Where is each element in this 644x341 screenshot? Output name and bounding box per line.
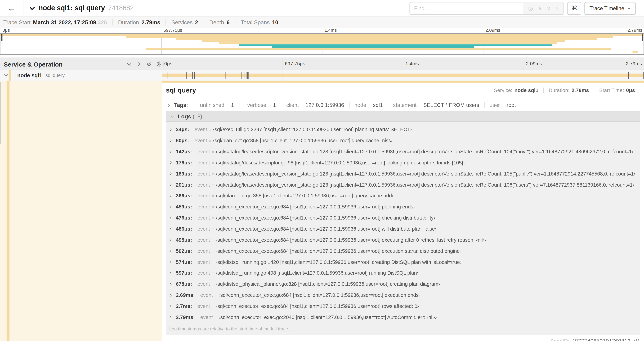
trace-view-selector[interactable]: Trace Timeline xyxy=(584,2,636,15)
clear-search-icon[interactable]: × xyxy=(556,5,559,12)
log-equals: = xyxy=(212,282,214,287)
tag-equals: = xyxy=(502,103,504,108)
find-input[interactable] xyxy=(410,2,523,14)
span-color-strip xyxy=(6,81,10,341)
log-entry[interactable]: 2.7ms: event = ‹sql/conn_executor_exec.g… xyxy=(166,301,640,312)
logs-header[interactable]: Logs (18) xyxy=(166,112,640,122)
log-timestamp: 189μs: xyxy=(176,171,192,177)
minimap-tick-labels: 0μs 697.75μs 1.4ms 2.09ms 2.79ms xyxy=(0,28,644,33)
minimap-span-bar xyxy=(219,42,557,44)
log-timestamp: 2.69ms: xyxy=(176,292,195,298)
log-entry[interactable]: 80μs: event = ‹sql/plan_opt.go:358 [nsql… xyxy=(166,135,640,146)
span-detail-title-row[interactable]: sql query Service: node sql1 Duration: 2… xyxy=(166,83,640,98)
log-equals: = xyxy=(212,259,214,264)
log-entry[interactable]: 176μs: event = ‹sql/catalog/descs/descri… xyxy=(166,157,640,168)
minimap-end-tick-label: 2.79ms xyxy=(628,28,642,33)
minimap-span-bar xyxy=(0,34,644,36)
log-field-name: event xyxy=(197,204,210,210)
chevron-right-icon xyxy=(169,161,172,165)
log-tick-mark xyxy=(194,72,195,79)
span-collapse-chevron-down-icon[interactable] xyxy=(4,73,8,78)
log-entry[interactable]: 459μs: event = ‹sql/conn_executor_exec.g… xyxy=(166,201,640,212)
span-meta-item: Duration: 2.79ms xyxy=(543,87,594,93)
logs-section: Logs (18) 34μs: event = xyxy=(166,111,640,335)
log-timestamp: 142μs: xyxy=(176,149,192,155)
minimap-right-drag-handle[interactable] xyxy=(642,34,643,41)
log-tick-mark xyxy=(186,72,186,79)
log-equals: = xyxy=(212,204,214,209)
span-row-bar-column[interactable] xyxy=(162,70,644,81)
log-entry[interactable]: 189μs: event = ‹sql/catalog/lease/descri… xyxy=(166,168,640,179)
log-entry[interactable]: 597μs: event = ‹sql/distsql_running.go:4… xyxy=(166,267,640,279)
log-entry[interactable]: 142μs: event = ‹sql/catalog/lease/descri… xyxy=(166,146,640,157)
log-message: ‹sql/distsql_running.go:498 [nsql1,clien… xyxy=(216,270,418,276)
log-equals: = xyxy=(212,249,214,253)
span-meta-item: Start Time: 0μs xyxy=(594,87,640,93)
service-operation-title: Service & Operation xyxy=(4,61,62,68)
log-message: ‹sql/exec_util.go:2297 [nsql1,client=127… xyxy=(213,127,412,133)
log-tick-mark xyxy=(176,72,176,79)
span-operation-name: sql query xyxy=(46,73,65,78)
prev-result-icon[interactable]: ∧ xyxy=(538,5,542,12)
tag-value: 1 xyxy=(231,102,234,108)
minimap-span-bar xyxy=(176,38,597,40)
expand-one-level-icon[interactable] xyxy=(136,62,142,67)
span-duration-bar[interactable] xyxy=(162,73,644,77)
minimap-span-bar xyxy=(632,51,638,53)
collapse-one-level-icon[interactable] xyxy=(126,62,132,67)
log-tick-mark xyxy=(241,72,242,79)
log-message: ‹sql/conn_executor_exec.go:684 [nsql1,cl… xyxy=(216,237,486,243)
log-entry[interactable]: 495μs: event = ‹sql/conn_executor_exec.g… xyxy=(166,234,640,245)
log-message: ‹sql/conn_executor_exec.go:684 [nsql1,cl… xyxy=(216,215,435,221)
log-field-name: event xyxy=(197,193,210,199)
log-entry[interactable]: 574μs: event = ‹sql/distsql_running.go:1… xyxy=(166,257,640,268)
log-tick-mark xyxy=(168,72,168,79)
minimap-span-bar xyxy=(126,36,613,38)
chevron-right-icon xyxy=(167,103,171,107)
span-detail-card: sql query Service: node sql1 Duration: 2… xyxy=(166,83,640,341)
chevron-right-icon xyxy=(169,315,172,319)
back-button[interactable]: ← xyxy=(0,0,23,17)
tags-section[interactable]: Tags: _unfinished = 1 _verbose = 1 xyxy=(166,98,640,111)
log-equals: = xyxy=(212,160,214,165)
span-row[interactable]: node sql1 sql query xyxy=(0,70,644,81)
chevron-right-icon xyxy=(169,293,172,297)
log-field-name: event xyxy=(194,127,207,133)
chevron-right-icon xyxy=(169,128,172,132)
keyboard-shortcuts-button[interactable]: ⌘ xyxy=(567,2,581,15)
log-entry[interactable]: 678μs: event = ‹sql/distsql_physical_pla… xyxy=(166,279,640,290)
log-entry[interactable]: 502μs: event = ‹sql/conn_executor_exec.g… xyxy=(166,245,640,257)
trace-info-item: Services 2 xyxy=(166,20,204,26)
tag-value: 1 xyxy=(273,102,276,108)
next-result-icon[interactable]: ∨ xyxy=(547,5,551,12)
log-entry[interactable]: 476μs: event = ‹sql/conn_executor_exec.g… xyxy=(166,212,640,223)
log-timestamp: 502μs: xyxy=(176,248,192,254)
deep-link-icon[interactable] xyxy=(633,338,639,341)
tag-key: statement xyxy=(393,102,416,108)
collapse-all-icon[interactable] xyxy=(146,62,152,67)
log-field-name: event xyxy=(197,215,210,221)
minimap-tick-label: 2.09ms xyxy=(483,28,500,33)
span-meta-value: 0μs xyxy=(626,87,635,93)
trace-timeline-page: ← node sql1: sql query 7418682 ◎ ∧ ∨ × ⌘… xyxy=(0,0,644,341)
log-entry[interactable]: 201μs: event = ‹sql/catalog/lease/descri… xyxy=(166,179,640,190)
collapse-trace-chevron-down-icon[interactable] xyxy=(29,5,35,12)
log-message: ‹sql/plan_opt.go:358 [nsql1,client=127.0… xyxy=(213,138,393,143)
locate-icon[interactable]: ◎ xyxy=(528,5,533,12)
rows-scrollbar[interactable] xyxy=(0,82,1,144)
log-entry[interactable]: 2.69ms: event = ‹sql/conn_executor_exec.… xyxy=(166,290,640,301)
log-entry[interactable]: 486μs: event = ‹sql/conn_executor_exec.g… xyxy=(166,223,640,235)
trace-info-item: Total Spans 10 xyxy=(235,20,284,26)
log-entry[interactable]: 2.79ms: event = ‹sql/conn_executor_exec.… xyxy=(166,312,640,323)
timeline-header: Service & Operation 0μs 697.75μs xyxy=(0,58,644,71)
minimap-span-bar xyxy=(239,44,552,46)
log-entry[interactable]: 366μs: event = ‹sql/plan_opt.go:358 [nsq… xyxy=(166,190,640,201)
tag-key: _unfinished xyxy=(197,102,224,108)
minimap-tick-label: 697.75μs xyxy=(161,28,182,33)
timeline-minimap[interactable] xyxy=(0,33,644,55)
log-field-name: event xyxy=(200,292,213,298)
minimap-left-drag-handle[interactable] xyxy=(1,34,2,41)
log-equals: = xyxy=(212,271,214,275)
timeline-tick-header: 0μs 697.75μs 1.4ms 2.09ms 2.79ms xyxy=(162,58,644,70)
log-entry[interactable]: 34μs: event = ‹sql/exec_util.go:2297 [ns… xyxy=(166,124,640,135)
